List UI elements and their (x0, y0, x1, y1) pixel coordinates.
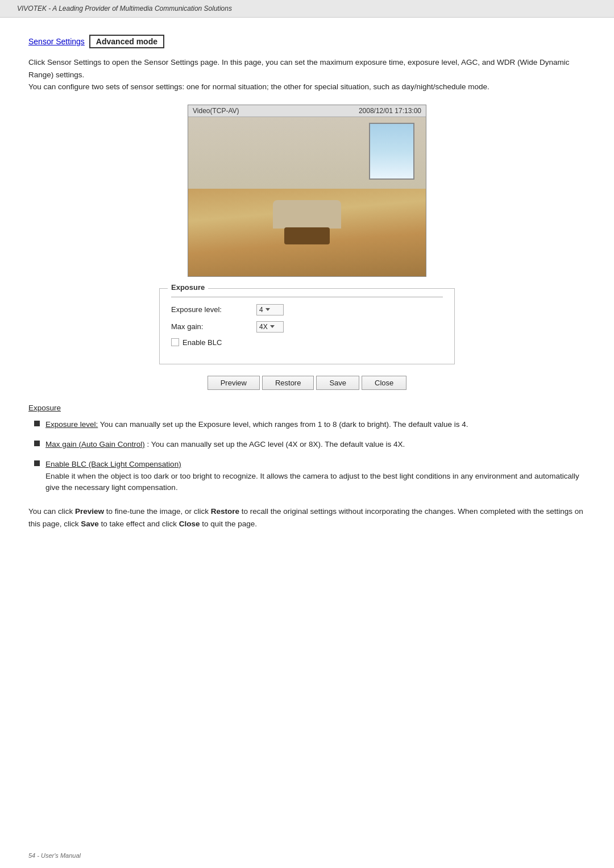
bullet-icon-1 (34, 421, 40, 426)
top-bar: VIVOTEK - A Leading Provider of Multimed… (0, 0, 614, 18)
page-wrapper: VIVOTEK - A Leading Provider of Multimed… (0, 0, 614, 868)
bullet-item-blc: Enable BLC (Back Light Compensation) Ena… (28, 459, 586, 495)
max-gain-value: 4X (259, 323, 268, 331)
blc-link[interactable]: Enable BLC (Back Light Compensation) (45, 460, 181, 468)
bullet-item-exposure-level: Exposure level: You can manually set up … (28, 419, 586, 431)
preview-button[interactable]: Preview (208, 376, 260, 390)
footer-instructions: You can click Preview to fine-tune the i… (28, 505, 586, 530)
max-gain-dropdown[interactable]: 4X (256, 321, 284, 333)
sensor-settings-link[interactable]: Sensor Settings (28, 37, 85, 46)
exposure-divider (171, 297, 443, 297)
page-number: 54 - User's Manual (28, 852, 81, 859)
max-gain-row: Max gain: 4X (171, 321, 443, 333)
video-container: Video(TCP-AV) 2008/12/01 17:13:00 (188, 105, 426, 277)
room-scene (188, 117, 426, 276)
enable-blc-row: Enable BLC (171, 338, 443, 347)
video-timestamp: 2008/12/01 17:13:00 (359, 107, 421, 115)
video-panel: Video(TCP-AV) 2008/12/01 17:13:00 (28, 105, 586, 277)
bullet-icon-2 (34, 441, 40, 446)
exposure-level-value: 4 (259, 306, 263, 314)
exposure-section-heading: Exposure (28, 404, 586, 412)
exposure-panel-wrapper: Exposure Exposure level: 4 Max gain: 4X (28, 288, 586, 364)
bullet-text-3: Enable BLC (Back Light Compensation) Ena… (45, 459, 586, 495)
bullet-section: Exposure level: You can manually set up … (28, 419, 586, 495)
company-name: VIVOTEK - A Leading Provider of Multimed… (17, 5, 232, 13)
exposure-level-arrow-icon (265, 308, 270, 311)
exposure-level-dropdown[interactable]: 4 (256, 304, 284, 315)
bullet-text-2: Max gain (Auto Gain Control) : You can m… (45, 439, 405, 451)
video-image (188, 117, 426, 276)
intro-paragraph-1: Click Sensor Settings to open the Sensor… (28, 56, 586, 93)
save-button[interactable]: Save (316, 376, 359, 390)
blc-detail: Enable it when the object is too dark or… (45, 472, 579, 492)
page-footer: 54 - User's Manual (0, 846, 614, 868)
max-gain-label: Max gain: (171, 322, 251, 331)
exposure-level-label: Exposure level: (171, 305, 251, 314)
exposure-legend: Exposure (168, 283, 208, 292)
close-button[interactable]: Close (362, 376, 406, 390)
video-label: Video(TCP-AV) (193, 107, 239, 115)
restore-button[interactable]: Restore (262, 376, 314, 390)
bullet-item-max-gain: Max gain (Auto Gain Control) : You can m… (28, 439, 586, 451)
main-content: Sensor Settings Advanced mode Click Sens… (0, 18, 614, 846)
enable-blc-label: Enable BLC (182, 338, 222, 347)
max-gain-arrow-icon (270, 325, 275, 328)
buttons-row: Preview Restore Save Close (28, 376, 586, 390)
room-sofa (273, 200, 341, 229)
bullet-text-1: Exposure level: You can manually set up … (45, 419, 468, 431)
room-window (369, 123, 414, 180)
max-gain-link[interactable]: Max gain (Auto Gain Control) (45, 440, 145, 448)
heading-row: Sensor Settings Advanced mode (28, 35, 586, 48)
bullet-icon-3 (34, 460, 40, 466)
enable-blc-checkbox[interactable] (171, 338, 179, 346)
exposure-level-row: Exposure level: 4 (171, 304, 443, 315)
video-bar: Video(TCP-AV) 2008/12/01 17:13:00 (188, 105, 426, 117)
exposure-box: Exposure Exposure level: 4 Max gain: 4X (159, 288, 455, 364)
room-table (284, 227, 330, 244)
advanced-mode-badge: Advanced mode (89, 35, 164, 48)
exposure-level-link[interactable]: Exposure level: (45, 420, 98, 429)
